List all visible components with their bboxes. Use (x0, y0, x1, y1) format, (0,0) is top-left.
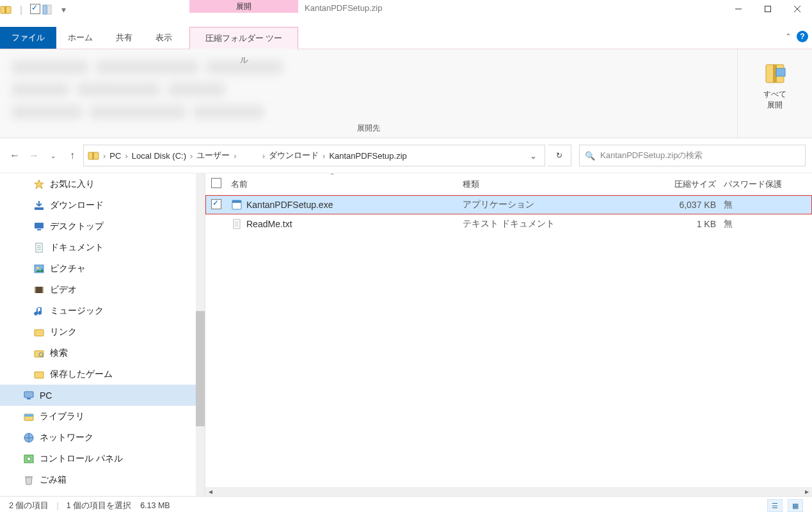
tree-item-star[interactable]: お気に入り (0, 173, 196, 195)
view-icons-button[interactable]: ▦ (788, 499, 803, 512)
tree-item-label: ドキュメント (50, 242, 104, 253)
help-icon[interactable]: ? (797, 31, 808, 42)
tree-scrollbar[interactable] (196, 173, 205, 496)
txt-icon (231, 218, 243, 230)
row-checkbox[interactable] (205, 199, 227, 211)
file-name: ReadMe.txt (246, 219, 292, 229)
search-placeholder: KantanPDFSetup.zipの検索 (600, 150, 703, 161)
tree-item-net[interactable]: ネットワーク (0, 427, 196, 448)
tree-item-lib[interactable]: ライブラリ (0, 406, 196, 427)
maximize-button[interactable] (753, 0, 783, 18)
file-pane: ⌃ 名前 種類 圧縮サイズ パスワード保護 KantanPDFSetup.exe… (205, 173, 812, 496)
chevron-right-icon[interactable]: › (123, 151, 129, 161)
title-bar: | ▾ 展開 KantanPDFSetup.zip (0, 0, 812, 27)
star-icon (33, 179, 45, 190)
nav-forward-button[interactable]: → (26, 146, 42, 165)
svg-rect-23 (35, 287, 44, 293)
status-selection: 1 個の項目を選択 (67, 500, 131, 511)
doc-icon (33, 242, 45, 253)
header-check-all[interactable] (205, 178, 227, 190)
navigation-bar: ← → ⌄ ↑ › PC › Local Disk (C:) › ユーザー › … (0, 138, 812, 173)
svg-rect-26 (35, 330, 44, 336)
header-type[interactable]: 種類 (463, 179, 617, 190)
ribbon-tabs: ファイル ホーム 共有 表示 圧縮フォルダー ツール ⌃ ? (0, 27, 812, 49)
search-box[interactable]: 🔍 KantanPDFSetup.zipの検索 (579, 145, 806, 166)
file-size: 1 KB (617, 219, 724, 229)
file-row[interactable]: KantanPDFSetup.exeアプリケーション6,037 KB無 (205, 195, 812, 214)
nav-recent-dropdown[interactable]: ⌄ (45, 146, 61, 165)
chevron-right-icon[interactable]: › (102, 151, 107, 161)
crumb-pc[interactable]: PC (109, 151, 121, 161)
chevron-right-icon[interactable]: › (189, 151, 194, 161)
file-hscrollbar[interactable]: ◂ ▸ (205, 487, 812, 496)
address-bar[interactable]: › PC › Local Disk (C:) › ユーザー › › ダウンロード… (83, 145, 545, 166)
header-password[interactable]: パスワード保護 (724, 179, 812, 190)
tree-item-desktop[interactable]: デスクトップ (0, 216, 196, 237)
tree-item-label: お気に入り (50, 179, 95, 190)
chevron-right-icon[interactable]: › (321, 151, 326, 161)
tree-item-cpl[interactable]: コントロール パネル (0, 448, 196, 469)
tree-item-label: ごみ箱 (40, 474, 67, 486)
tree-item-pic[interactable]: ピクチャ (0, 258, 196, 279)
tree-item-label: ミュージック (50, 305, 104, 317)
nav-up-button[interactable]: ↑ (64, 146, 81, 165)
ribbon-group-caption-destinations: 展開先 (0, 123, 737, 134)
minimize-button[interactable] (724, 0, 753, 18)
column-headers: ⌃ 名前 種類 圧縮サイズ パスワード保護 (205, 173, 812, 195)
scroll-left-icon[interactable]: ◂ (205, 487, 216, 496)
checkbox-icon[interactable] (28, 4, 42, 16)
address-dropdown-icon[interactable]: ⌄ (525, 151, 541, 161)
ribbon-collapse-icon[interactable]: ⌃ (785, 32, 792, 41)
trash-icon (23, 474, 35, 486)
tree-item-label: 検索 (50, 348, 68, 359)
tree-item-link[interactable]: リンク (0, 321, 196, 342)
net-icon (23, 432, 35, 444)
chevron-right-icon[interactable]: › (261, 151, 266, 161)
svg-rect-14 (35, 207, 44, 210)
tab-file[interactable]: ファイル (0, 27, 56, 49)
refresh-button[interactable]: ↻ (548, 145, 571, 166)
zip-folder-icon (88, 150, 99, 161)
file-name: KantanPDFSetup.exe (246, 200, 333, 210)
svg-rect-15 (35, 223, 44, 228)
svg-rect-3 (47, 5, 51, 14)
scroll-right-icon[interactable]: ▸ (802, 487, 812, 496)
crumb-users[interactable]: ユーザー (196, 150, 230, 161)
file-type: テキスト ドキュメント (463, 218, 617, 230)
nav-back-button[interactable]: ← (6, 146, 23, 165)
tab-view[interactable]: 表示 (144, 27, 184, 49)
extract-all-button[interactable]: すべて 展開 (737, 49, 812, 138)
tab-share[interactable]: 共有 (104, 27, 144, 49)
tree-item-video[interactable]: ビデオ (0, 279, 196, 300)
tree-item-label: リンク (50, 326, 77, 338)
tree-item-search[interactable]: 検索 (0, 342, 196, 364)
qat-dropdown-icon[interactable]: ▾ (56, 4, 70, 15)
pc-icon (23, 390, 35, 401)
tree-item-game[interactable]: 保存したゲーム (0, 364, 196, 385)
tree-item-doc[interactable]: ドキュメント (0, 237, 196, 258)
crumb-downloads[interactable]: ダウンロード (269, 150, 319, 161)
tab-home[interactable]: ホーム (56, 27, 104, 49)
crumb-archive[interactable]: KantanPDFSetup.zip (329, 151, 406, 161)
header-size[interactable]: 圧縮サイズ (617, 179, 724, 190)
file-type: アプリケーション (463, 199, 617, 211)
svg-rect-30 (35, 372, 44, 378)
file-row[interactable]: ReadMe.txtテキスト ドキュメント1 KB無 (205, 214, 812, 234)
tree-item-music[interactable]: ミュージック (0, 300, 196, 321)
tree-item-pc[interactable]: PC (0, 385, 196, 406)
qat-separator-icon: | (14, 4, 28, 15)
close-button[interactable] (783, 0, 812, 18)
properties-icon[interactable] (42, 4, 56, 15)
tree-item-download[interactable]: ダウンロード (0, 195, 196, 216)
tab-compressed-tools[interactable]: 圧縮フォルダー ツール (189, 27, 298, 49)
view-details-button[interactable]: ☰ (767, 499, 783, 512)
crumb-disk[interactable]: Local Disk (C:) (132, 151, 186, 161)
header-name[interactable]: ⌃ 名前 (227, 179, 463, 190)
tree-item-trash[interactable]: ごみ箱 (0, 469, 196, 490)
svg-point-22 (36, 267, 39, 269)
quick-access-toolbar: | ▾ (0, 0, 70, 19)
file-pwd: 無 (724, 199, 812, 211)
file-size: 6,037 KB (617, 200, 724, 210)
chevron-right-icon[interactable]: › (232, 151, 237, 161)
tree-scroll-thumb[interactable] (196, 311, 205, 426)
